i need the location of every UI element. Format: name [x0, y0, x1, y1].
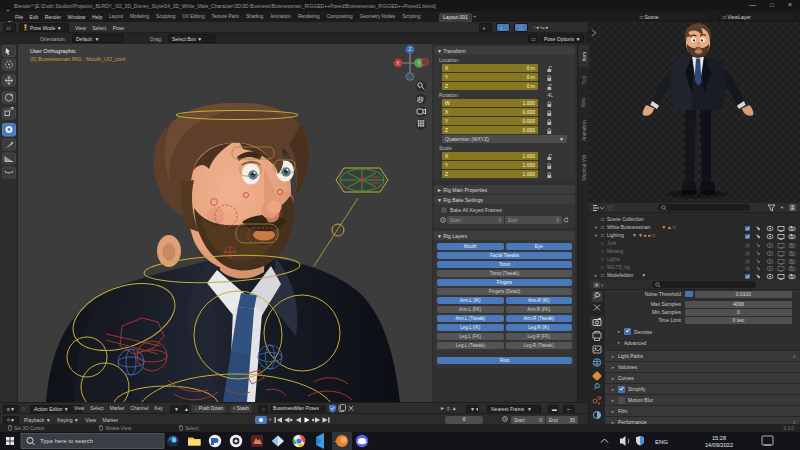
svg-text:Z: Z: [408, 46, 411, 52]
svg-text:15:28: 15:28: [712, 435, 726, 441]
svg-text:ENG: ENG: [655, 439, 668, 445]
svg-text:Type here to search: Type here to search: [40, 438, 93, 444]
svg-text:User Orthographic: User Orthographic: [30, 48, 76, 54]
svg-text:(0) Buisnessman RIG : Mouth_UO: (0) Buisnessman RIG : Mouth_UO_cont: [30, 56, 126, 62]
svg-text:14/09/2022: 14/09/2022: [705, 442, 733, 448]
